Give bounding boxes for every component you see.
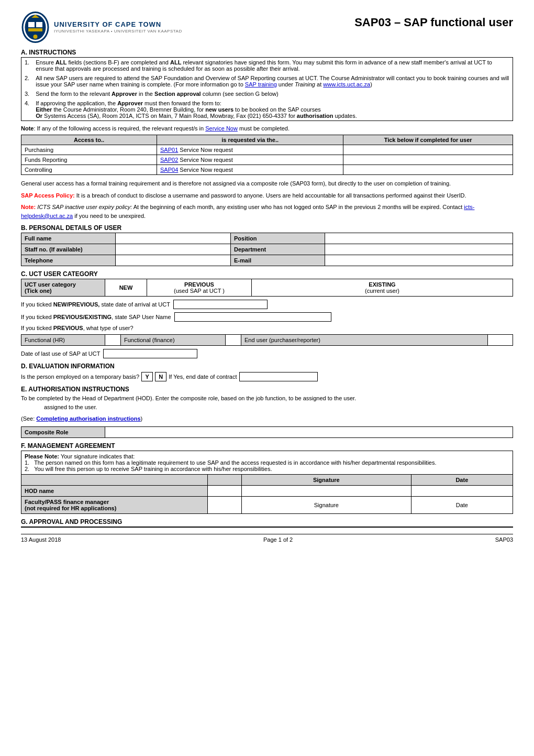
functional-finance-tick[interactable] bbox=[226, 335, 241, 346]
sap-training-link[interactable]: SAP training bbox=[245, 81, 277, 87]
section-g-heading: G. APPROVAL AND PROCESSING bbox=[21, 518, 513, 525]
university-sub: IYUNIVESITHI YASEKAPA • UNIVERSITEIT VAN… bbox=[54, 28, 182, 34]
section-a: A. INSTRUCTIONS 1. Ensure ALL fields (se… bbox=[21, 49, 513, 220]
fullname-value[interactable] bbox=[116, 233, 231, 244]
faculty-date-value[interactable]: Date bbox=[411, 496, 513, 513]
sap01-link[interactable]: SAP01 bbox=[160, 147, 178, 153]
svg-rect-6 bbox=[28, 28, 42, 31]
svg-rect-5 bbox=[36, 22, 42, 27]
access-purchasing-via: SAP01 Service Now request bbox=[157, 145, 343, 155]
access-purchasing-tick[interactable] bbox=[343, 145, 513, 155]
eval-yes-box[interactable]: Y bbox=[141, 372, 153, 381]
telephone-value[interactable] bbox=[116, 255, 231, 266]
mgmt-date-header: Date bbox=[411, 474, 513, 485]
composite-row: Composite Role bbox=[21, 426, 513, 437]
header: UNIVERSITY OF CAPE TOWN IYUNIVESITHI YAS… bbox=[21, 10, 513, 45]
sap-username-input[interactable] bbox=[174, 312, 331, 322]
user-cat-row: UCT user category(Tick one) NEW PREVIOUS… bbox=[21, 279, 513, 297]
user-cat-previous[interactable]: PREVIOUS(used SAP at UCT ) bbox=[147, 279, 252, 297]
header-tick-completed: Tick below if completed for user bbox=[343, 135, 513, 145]
footer-date: 13 August 2018 bbox=[21, 536, 61, 543]
access-funds-tick[interactable] bbox=[343, 155, 513, 165]
section-e-para1: To be completed by the Head of Departmen… bbox=[21, 394, 513, 411]
personal-row-staffno: Staff no. (If available) Department bbox=[21, 244, 513, 255]
service-now-link[interactable]: Service Now bbox=[205, 125, 238, 132]
faculty-name-value[interactable] bbox=[208, 496, 242, 513]
hod-date-value[interactable] bbox=[411, 485, 513, 496]
last-use-line: Date of last use of SAP at UCT bbox=[21, 349, 513, 358]
section-c-heading: C. UCT USER CATEGORY bbox=[21, 270, 513, 278]
instruction-row-2: 2. All new SAP users are required to att… bbox=[21, 73, 513, 89]
user-cat-existing[interactable]: EXISTING(current user) bbox=[252, 279, 513, 297]
department-value[interactable] bbox=[325, 244, 513, 255]
new-prev-text: If you ticked NEW/PREVIOUS, state date o… bbox=[21, 301, 170, 308]
footer-page: Page 1 of 2 bbox=[263, 536, 293, 543]
mgmt-faculty-row: Faculty/PASS finance manager(not require… bbox=[21, 496, 513, 513]
section-b-heading: B. PERSONAL DETAILS OF USER bbox=[21, 224, 513, 232]
access-table-header: Access to.. is requested via the.. Tick … bbox=[21, 135, 513, 145]
university-name: UNIVERSITY OF CAPE TOWN bbox=[54, 20, 182, 28]
hod-sig-value[interactable] bbox=[241, 485, 411, 496]
composite-value[interactable] bbox=[105, 426, 513, 437]
telephone-label: Telephone bbox=[21, 255, 116, 266]
email-label: E-mail bbox=[231, 255, 325, 266]
personal-row-fullname: Full name Position bbox=[21, 233, 513, 244]
new-prev-line: If you ticked NEW/PREVIOUS, state date o… bbox=[21, 300, 513, 309]
composite-role-table: Composite Role bbox=[21, 426, 513, 438]
end-user-tick[interactable] bbox=[488, 335, 513, 346]
staffno-value[interactable] bbox=[116, 244, 231, 255]
logo-area: UNIVERSITY OF CAPE TOWN IYUNIVESITHI YAS… bbox=[21, 10, 182, 45]
eval-question: Is the person employed on a temporary ba… bbox=[21, 374, 139, 380]
functional-hr-tick[interactable] bbox=[105, 335, 121, 346]
user-category-table: UCT user category(Tick one) NEW PREVIOUS… bbox=[21, 279, 513, 297]
completing-auth-link[interactable]: Completing authorisation instructions bbox=[36, 415, 140, 422]
functional-type-table: Functional (HR) Functional (finance) End… bbox=[21, 334, 513, 346]
sap02-link[interactable]: SAP02 bbox=[160, 157, 178, 163]
personal-details-table: Full name Position Staff no. (If availab… bbox=[21, 233, 513, 266]
section-b: B. PERSONAL DETAILS OF USER Full name Po… bbox=[21, 224, 513, 266]
section-e: E. AUTHORISATION INSTRUCTIONS To be comp… bbox=[21, 386, 513, 438]
arrival-date-input[interactable] bbox=[173, 300, 268, 309]
section-e-para2: (See: Completing authorisation instructi… bbox=[21, 414, 513, 423]
access-row-purchasing: Purchasing SAP01 Service Now request bbox=[21, 145, 513, 155]
uct-logo-icon bbox=[21, 10, 50, 45]
hod-label: HOD name bbox=[21, 485, 208, 496]
icts-link[interactable]: www.icts.uct.ac.za bbox=[323, 81, 370, 87]
header-requested-via: is requested via the.. bbox=[157, 135, 343, 145]
user-cat-new[interactable]: NEW bbox=[105, 279, 147, 297]
section-d: D. EVALUATION INFORMATION Is the person … bbox=[21, 363, 513, 381]
email-value[interactable] bbox=[325, 255, 513, 266]
general-access-text: General user access has a formal trainin… bbox=[21, 179, 513, 188]
section-g-divider bbox=[21, 527, 513, 528]
section-g: G. APPROVAL AND PROCESSING bbox=[21, 518, 513, 528]
functional-hr-label: Functional (HR) bbox=[21, 335, 105, 346]
note-line: Note: If any of the following access is … bbox=[21, 125, 513, 132]
mgmt-hod-row: HOD name bbox=[21, 485, 513, 496]
section-f-heading: F. MANAGEMENT AGREEMENT bbox=[21, 442, 513, 450]
faculty-sig-value[interactable]: Signature bbox=[241, 496, 411, 513]
header-access-to: Access to.. bbox=[21, 135, 157, 145]
sap04-link[interactable]: SAP04 bbox=[160, 167, 178, 173]
access-controlling-tick[interactable] bbox=[343, 165, 513, 175]
hod-name-value[interactable] bbox=[208, 485, 242, 496]
mgmt-spacer bbox=[208, 474, 242, 485]
faculty-label: Faculty/PASS finance manager(not require… bbox=[21, 496, 208, 513]
prev-type-line: If you ticked PREVIOUS, what type of use… bbox=[21, 325, 513, 331]
instructions-table: 1. Ensure ALL fields (sections B-F) are … bbox=[21, 57, 513, 121]
prev-exist-text: If you ticked PREVIOUS/EXISTING, state S… bbox=[21, 314, 171, 320]
contract-end-date[interactable] bbox=[239, 372, 318, 381]
department-label: Department bbox=[231, 244, 325, 255]
svg-point-8 bbox=[34, 35, 38, 39]
position-value[interactable] bbox=[325, 233, 513, 244]
eval-no-box[interactable]: N bbox=[155, 372, 166, 381]
prev-type-text: If you ticked PREVIOUS, what type of use… bbox=[21, 325, 134, 331]
staffno-label: Staff no. (If available) bbox=[21, 244, 116, 255]
user-cat-label: UCT user category(Tick one) bbox=[21, 279, 105, 297]
last-use-input[interactable] bbox=[103, 349, 197, 358]
section-a-heading: A. INSTRUCTIONS bbox=[21, 49, 513, 56]
access-controlling-label: Controlling bbox=[21, 165, 157, 175]
end-user-label: End user (purchaser/reporter) bbox=[241, 335, 488, 346]
eval-line: Is the person employed on a temporary ba… bbox=[21, 372, 513, 381]
access-funds-via: SAP02 Service Now request bbox=[157, 155, 343, 165]
mgmt-name-header bbox=[21, 474, 208, 485]
